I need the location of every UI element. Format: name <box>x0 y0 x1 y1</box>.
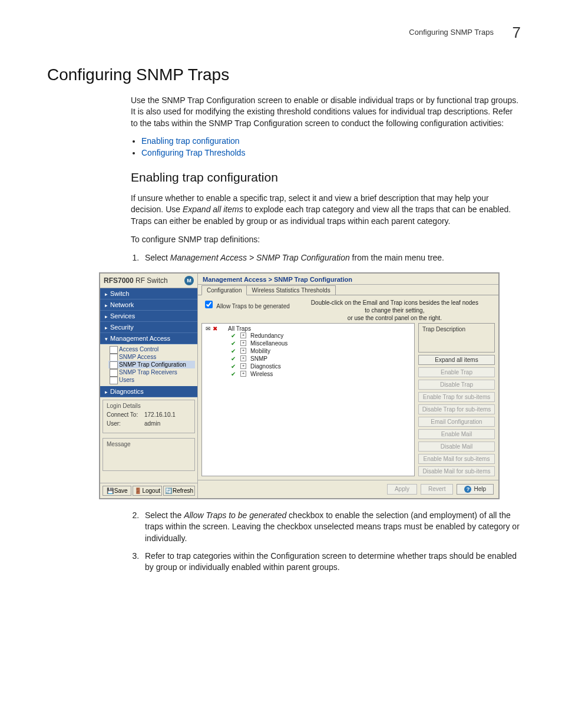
step-3: Refer to trap categories within the Conf… <box>141 551 521 574</box>
disable-trap-button[interactable]: Disable Trap <box>418 380 495 390</box>
trap-description-box: Trap Description <box>418 323 495 353</box>
sidebar-item-switch[interactable]: Switch <box>100 288 197 299</box>
motorola-logo-icon: M <box>184 276 194 285</box>
sidebar-sub-snmp-trap-receivers[interactable]: SNMP Trap Receivers <box>108 368 195 376</box>
sidebar-sub-snmp-access[interactable]: SNMP Access <box>108 353 195 361</box>
expand-icon[interactable]: + <box>240 371 246 377</box>
instruction-hint: Double-click on the Email and Trap icons… <box>296 299 494 322</box>
login-legend: Login Details <box>107 403 191 409</box>
tabs: Configuration Wireless Statistics Thresh… <box>198 285 498 295</box>
sidebar-item-diagnostics[interactable]: Diagnostics <box>100 386 197 397</box>
sidebar-footer: 💾Save 🚪Logout 🔄Refresh <box>100 483 197 498</box>
enable-mail-sub-button[interactable]: Enable Mail for sub-items <box>418 454 495 464</box>
section-paragraph: If unsure whether to enable a specific t… <box>131 193 521 227</box>
disable-trap-sub-button[interactable]: Disable Trap for sub-items <box>418 404 495 414</box>
enable-trap-sub-button[interactable]: Enable Trap for sub-items <box>418 392 495 402</box>
save-icon: 💾 <box>107 487 113 493</box>
sidebar-item-management-access[interactable]: Management Access <box>100 333 197 344</box>
tree-node[interactable]: ✔+Wireless <box>206 370 411 378</box>
email-config-button[interactable]: Email Configuration <box>418 417 495 427</box>
expand-all-button[interactable]: Expand all items <box>418 355 495 365</box>
tree-node[interactable]: ✔+Miscellaneous <box>206 340 411 347</box>
check-icon: ✔ <box>230 340 236 347</box>
step-list-top: Select Management Access > SNMP Trap Con… <box>131 252 521 264</box>
disable-mail-button[interactable]: Disable Mail <box>418 442 495 452</box>
step-lead-in: To configure SNMP trap definitions: <box>131 234 521 245</box>
expand-icon[interactable]: + <box>240 348 246 354</box>
help-button[interactable]: ?Help <box>457 484 494 495</box>
expand-icon[interactable]: + <box>240 332 246 338</box>
disable-mail-sub-button[interactable]: Disable Mail for sub-items <box>418 466 495 476</box>
content-top-row: Allow Traps to be generated Double-click… <box>198 295 498 323</box>
sidebar-sub-access-control[interactable]: Access Control <box>108 345 195 353</box>
tree-node[interactable]: ✔+Diagnostics <box>206 363 411 370</box>
check-icon: ✔ <box>230 363 236 370</box>
connect-to-label: Connect To: <box>107 411 144 418</box>
main-footer: Apply Revert ?Help <box>198 480 498 498</box>
tab-wireless-stats-thresholds[interactable]: Wireless Statistics Thresholds <box>246 285 335 295</box>
tree-root[interactable]: ✉ ✖ All Traps <box>206 325 411 332</box>
message-legend: Message <box>107 441 191 447</box>
expand-icon[interactable]: + <box>240 355 246 361</box>
check-icon: ✔ <box>230 371 236 377</box>
enable-mail-button[interactable]: Enable Mail <box>418 429 495 439</box>
revert-button[interactable]: Revert <box>421 484 453 495</box>
save-button[interactable]: 💾Save <box>103 486 131 496</box>
link-list: Enabling trap configuration Configuring … <box>131 136 521 157</box>
expand-icon[interactable]: + <box>240 363 246 369</box>
mail-icon: ✉ <box>206 325 210 332</box>
section-heading: Enabling trap configuration <box>131 170 521 185</box>
step-2: Select the Allow Traps to be generated c… <box>141 510 521 545</box>
tree-area: ✉ ✖ All Traps ✔+Redundancy ✔+Miscellaneo… <box>198 323 498 480</box>
chapter-number: 7 <box>513 24 521 41</box>
sidebar-item-security[interactable]: Security <box>100 322 197 333</box>
logout-button[interactable]: 🚪Logout <box>133 486 162 496</box>
step-1: Select Management Access > SNMP Trap Con… <box>141 252 521 264</box>
sidebar-sub-snmp-trap-config[interactable]: SNMP Trap Configuration <box>108 361 195 368</box>
tree-node[interactable]: ✔+SNMP <box>206 355 411 363</box>
logout-icon: 🚪 <box>134 487 140 493</box>
sidebar-item-network[interactable]: Network <box>100 299 197 311</box>
running-title: Configuring SNMP Traps <box>409 28 494 37</box>
intro-paragraph: Use the SNMP Trap Configuration screen t… <box>131 95 521 129</box>
sidebar-subnav: Access Control SNMP Access SNMP Trap Con… <box>100 344 197 386</box>
help-icon: ? <box>464 486 471 493</box>
allow-traps-checkbox[interactable] <box>205 301 213 308</box>
user-label: User: <box>107 420 144 427</box>
check-icon: ✔ <box>230 348 236 354</box>
user-value: admin <box>144 420 160 427</box>
check-icon: ✔ <box>230 332 236 339</box>
breadcrumb: Management Access > SNMP Trap Configurat… <box>198 274 498 285</box>
trap-tree[interactable]: ✉ ✖ All Traps ✔+Redundancy ✔+Miscellaneo… <box>201 323 415 476</box>
main-panel: Management Access > SNMP Trap Configurat… <box>198 274 498 498</box>
sidebar-sub-users[interactable]: Users <box>108 376 195 384</box>
sidebar-title: RFS7000 RF Switch M <box>100 274 197 288</box>
tree-node[interactable]: ✔+Mobility <box>206 347 411 355</box>
tab-configuration[interactable]: Configuration <box>201 285 247 295</box>
link-configuring-trap-thresholds[interactable]: Configuring Trap Thresholds <box>141 148 245 157</box>
enable-trap-button[interactable]: Enable Trap <box>418 367 495 377</box>
connect-to-value: 172.16.10.1 <box>144 411 176 418</box>
refresh-icon: 🔄 <box>165 487 171 493</box>
check-icon: ✔ <box>230 355 236 362</box>
expand-icon[interactable]: + <box>240 340 246 346</box>
sidebar-item-services[interactable]: Services <box>100 311 197 322</box>
screenshot-panel: RFS7000 RF Switch M Switch Network Servi… <box>99 272 500 499</box>
trap-icon: ✖ <box>213 325 217 332</box>
right-column: Trap Description Expand all items Enable… <box>418 323 495 476</box>
apply-button[interactable]: Apply <box>387 484 417 495</box>
page-title: Configuring SNMP Traps <box>47 65 521 84</box>
trap-description-title: Trap Description <box>422 326 491 332</box>
refresh-button[interactable]: 🔄Refresh <box>163 486 195 496</box>
allow-traps-label[interactable]: Allow Traps to be generated <box>203 299 290 310</box>
login-details-box: Login Details Connect To: 172.16.10.1 Us… <box>103 400 195 433</box>
sidebar: RFS7000 RF Switch M Switch Network Servi… <box>100 274 198 498</box>
message-box: Message <box>103 438 195 471</box>
page-header: Configuring SNMP Traps 7 <box>47 24 521 42</box>
link-enabling-trap-config[interactable]: Enabling trap configuration <box>141 136 240 146</box>
tree-node[interactable]: ✔+Redundancy <box>206 332 411 340</box>
step-list-bottom: Select the Allow Traps to be generated c… <box>131 510 521 574</box>
